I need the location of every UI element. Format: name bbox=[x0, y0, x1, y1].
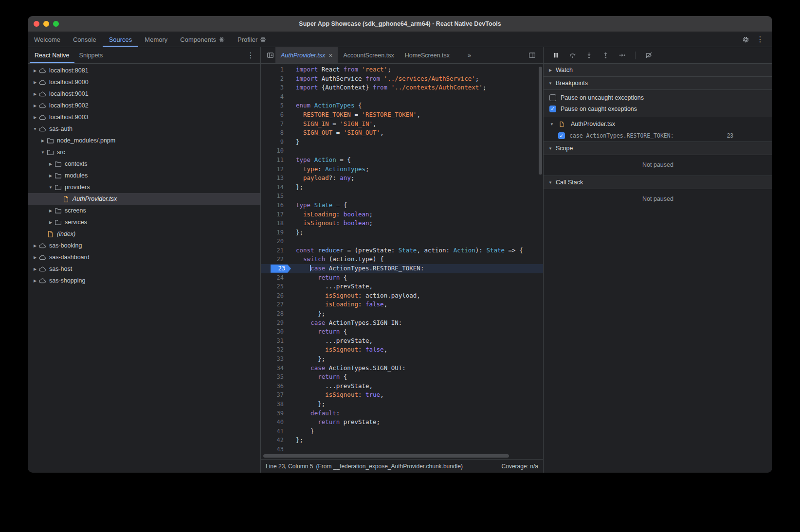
expand-arrow-icon[interactable]: ▶ bbox=[47, 220, 54, 225]
line-number[interactable]: 40 bbox=[261, 418, 290, 427]
code-line-text[interactable]: }; bbox=[290, 400, 325, 409]
code-line-text[interactable]: case ActionTypes.SIGN_IN: bbox=[290, 319, 402, 328]
expand-arrow-icon[interactable]: ▶ bbox=[47, 162, 54, 166]
watch-section-header[interactable]: ▶ Watch bbox=[544, 64, 772, 77]
line-number[interactable]: 16 bbox=[261, 201, 290, 210]
code-line-text[interactable]: }; bbox=[290, 436, 303, 445]
line-number[interactable]: 41 bbox=[261, 427, 290, 436]
expand-arrow-icon[interactable]: ▼ bbox=[548, 122, 555, 126]
navigator-tab-snippets[interactable]: Snippets bbox=[74, 47, 108, 63]
line-number[interactable]: 28 bbox=[261, 309, 290, 319]
code-line-text[interactable]: isLoading: false, bbox=[290, 300, 387, 309]
bundle-link[interactable]: __federation_expose_AuthProvider.chunk.b… bbox=[333, 463, 461, 470]
editor-tab[interactable]: AccountScreen.tsx bbox=[338, 47, 399, 63]
code-line-text[interactable]: isSignout: boolean; bbox=[290, 219, 373, 228]
code-line-text[interactable]: }; bbox=[290, 183, 303, 192]
tree-item[interactable]: (index) bbox=[28, 228, 260, 240]
close-window-button[interactable] bbox=[34, 21, 39, 27]
code-line-text[interactable]: const reducer = (prevState: State, actio… bbox=[290, 246, 523, 255]
breakpoint-file-group[interactable]: ▼AuthProvider.tsx bbox=[544, 118, 772, 130]
line-number[interactable]: 33 bbox=[261, 355, 290, 364]
expand-arrow-icon[interactable]: ▶ bbox=[32, 69, 38, 73]
code-line-text[interactable] bbox=[290, 92, 296, 102]
line-number[interactable]: 34 bbox=[261, 364, 290, 373]
line-number[interactable]: 7 bbox=[261, 120, 290, 129]
expand-arrow-icon[interactable]: ▼ bbox=[39, 150, 46, 155]
pause-uncaught-checkbox[interactable] bbox=[549, 94, 556, 101]
line-number[interactable]: 25 bbox=[261, 282, 290, 291]
code-line-text[interactable]: type: ActionTypes; bbox=[290, 165, 369, 174]
line-number[interactable]: 26 bbox=[261, 291, 290, 301]
devtools-tab-memory[interactable]: Memory bbox=[138, 32, 174, 47]
line-number[interactable]: 42 bbox=[261, 436, 290, 445]
code-line-text[interactable]: payload?: any; bbox=[290, 174, 354, 183]
line-number[interactable]: 27 bbox=[261, 300, 290, 309]
more-tabs-icon[interactable]: » bbox=[468, 52, 471, 59]
devtools-tab-components[interactable]: Components bbox=[174, 32, 231, 47]
tree-item[interactable]: ▶localhost:9003 bbox=[28, 111, 260, 123]
tree-item[interactable]: ▶sas-host bbox=[28, 263, 260, 275]
tree-item[interactable]: ▼providers bbox=[28, 181, 260, 193]
line-number[interactable]: 31 bbox=[261, 337, 290, 346]
expand-arrow-icon[interactable]: ▶ bbox=[32, 267, 38, 271]
code-line-text[interactable]: isSignout: false, bbox=[290, 345, 387, 355]
devtools-tab-console[interactable]: Console bbox=[67, 32, 103, 47]
line-number[interactable]: 5 bbox=[261, 101, 290, 110]
code-line-text[interactable]: switch (action.type) { bbox=[290, 255, 384, 264]
expand-arrow-icon[interactable]: ▶ bbox=[32, 104, 38, 108]
expand-arrow-icon[interactable]: ▶ bbox=[32, 115, 38, 120]
code-line-text[interactable]: type State = { bbox=[290, 201, 347, 210]
line-number[interactable]: 11 bbox=[261, 156, 290, 165]
code-line-text[interactable]: case ActionTypes.RESTORE_TOKEN: bbox=[290, 264, 424, 273]
code-line-text[interactable] bbox=[290, 237, 296, 246]
pause-caught-checkbox[interactable]: ✓ bbox=[549, 106, 556, 112]
devtools-tab-profiler[interactable]: Profiler bbox=[231, 32, 273, 47]
expand-arrow-icon[interactable]: ▼ bbox=[47, 185, 54, 190]
breakpoint-entry[interactable]: ✓case ActionTypes.RESTORE_TOKEN:23 bbox=[544, 130, 772, 142]
step-into-icon[interactable] bbox=[583, 50, 594, 61]
line-number[interactable]: 10 bbox=[261, 146, 290, 156]
tree-item[interactable]: ▶sas-shopping bbox=[28, 275, 260, 286]
tree-item[interactable]: ▶modules bbox=[28, 170, 260, 181]
line-number[interactable]: 8 bbox=[261, 128, 290, 138]
line-number[interactable]: 6 bbox=[261, 110, 290, 120]
code-line-text[interactable]: enum ActionTypes { bbox=[290, 101, 362, 110]
deactivate-breakpoints-icon[interactable] bbox=[643, 50, 654, 61]
line-number[interactable]: 3 bbox=[261, 83, 290, 92]
horizontal-scrollbar[interactable] bbox=[263, 454, 509, 458]
tree-item[interactable]: ▼sas-auth bbox=[28, 123, 260, 135]
line-number[interactable]: 38 bbox=[261, 400, 290, 409]
code-line-text[interactable]: isSignout: action.payload, bbox=[290, 291, 420, 301]
step-icon[interactable] bbox=[617, 50, 627, 61]
code-line-text[interactable]: return { bbox=[290, 273, 347, 283]
pause-icon[interactable] bbox=[550, 50, 561, 61]
tree-item[interactable]: ▶sas-dashboard bbox=[28, 251, 260, 263]
devtools-tab-welcome[interactable]: Welcome bbox=[28, 32, 67, 47]
tree-item[interactable]: ▶localhost:8081 bbox=[28, 65, 260, 76]
code-editor[interactable]: 1import React from 'react';2import AuthS… bbox=[261, 64, 543, 459]
breakpoint-checkbox[interactable]: ✓ bbox=[558, 132, 565, 139]
line-number[interactable]: 29 bbox=[261, 319, 290, 328]
code-line-text[interactable]: }; bbox=[290, 228, 303, 237]
code-line-text[interactable]: return prevState; bbox=[290, 418, 380, 427]
step-out-icon[interactable] bbox=[600, 50, 611, 61]
line-number[interactable]: 17 bbox=[261, 210, 290, 219]
close-tab-icon[interactable]: × bbox=[328, 52, 332, 59]
line-number[interactable]: 23 bbox=[261, 264, 290, 273]
expand-arrow-icon[interactable]: ▶ bbox=[547, 68, 553, 72]
line-number[interactable]: 13 bbox=[261, 174, 290, 183]
breakpoints-section-header[interactable]: ▼ Breakpoints bbox=[544, 77, 772, 90]
code-line-text[interactable]: import {AuthContext} from '../contexts/A… bbox=[290, 83, 486, 92]
code-line-text[interactable]: } bbox=[290, 138, 300, 147]
code-line-text[interactable]: return { bbox=[290, 327, 347, 337]
editor-tab[interactable]: AuthProvider.tsx× bbox=[275, 47, 338, 63]
tree-item[interactable]: ▶contexts bbox=[28, 158, 260, 170]
expand-arrow-icon[interactable]: ▶ bbox=[32, 80, 38, 85]
minimize-window-button[interactable] bbox=[43, 21, 49, 27]
line-number[interactable]: 19 bbox=[261, 228, 290, 237]
code-line-text[interactable]: isLoading: boolean; bbox=[290, 210, 373, 219]
scope-section-header[interactable]: ▼ Scope bbox=[544, 142, 772, 155]
line-number[interactable]: 12 bbox=[261, 165, 290, 174]
code-line-text[interactable] bbox=[290, 146, 296, 156]
navigator-tab-react-native[interactable]: React Native bbox=[30, 47, 74, 63]
